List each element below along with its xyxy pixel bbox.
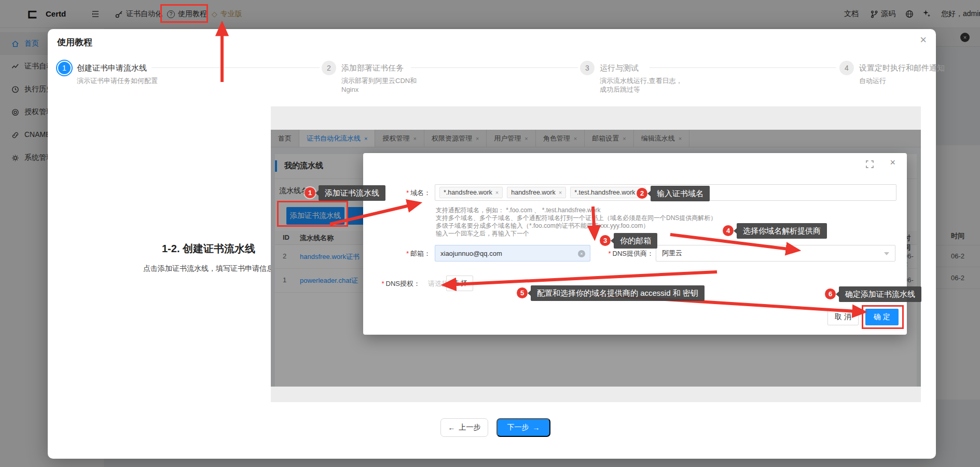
tutorial-close-icon[interactable]: × [920,33,927,47]
domain-tag: *.handsfree.work× [439,187,503,198]
step-2-desc: 演示部署到阿里云CDN和Nginx [341,76,430,94]
step-3-title: 运行与测试 [600,63,639,73]
arrow-left-icon: ← [448,423,456,432]
email-value: xiaojunnuo@qq.com [440,250,502,257]
dns-auth-placeholder: 请选择 [428,279,448,289]
screenshot-bottom-strip [271,387,921,402]
arrow-right-icon: → [533,423,540,432]
step-1: 1 创建证书申请流水线 演示证书申请任务如何配置 [57,61,72,75]
fullscreen-icon[interactable] [866,160,874,168]
step-4-desc: 自动运行 [859,76,947,85]
step-3: 3 运行与测试 演示流水线运行,查看日志，成功后跳过等 [580,61,595,75]
email-field-label: *邮箱： [368,249,431,258]
dns-provider-select[interactable]: 阿里云 [656,245,895,262]
ok-button[interactable]: 确 定 [865,309,899,325]
screenshot-top-strip [271,106,921,130]
prev-step-button[interactable]: ← 上一步 [440,418,488,437]
tag-close-icon[interactable]: × [639,189,642,196]
step-1-title: 创建证书申请流水线 [77,63,147,73]
chevron-down-icon [884,252,889,255]
step-4: 4 设置定时执行和邮件通知 自动运行 [839,61,854,75]
step-4-number: 4 [839,61,854,75]
dns-auth-label: *DNS授权： [358,279,420,289]
domain-tip: 输入一个回车之后，再输入下一个 [436,229,529,238]
next-step-button[interactable]: 下一步 → [496,418,550,437]
step-1-desc: 演示证书申请任务如何配置 [77,76,164,85]
tutorial-title: 使用教程 [57,36,92,48]
step-2-number: 2 [322,61,336,75]
dns-provider-value: 阿里云 [662,249,682,258]
step-4-title: 设置定时执行和邮件通知 [859,63,945,73]
dns-provider-label: *DNS提供商： [591,249,654,258]
domain-tag: *.test.handsfree.work× [570,187,646,198]
tutorial-screenshot: 首页 证书自动化流水线× 授权管理× 权限资源管理× 用户管理× 角色管理× 邮… [271,106,921,402]
domain-field-label: *域名： [368,188,431,198]
step-2: 2 添加部署证书任务 演示部署到阿里云CDN和Nginx [322,61,336,75]
screen: ⊏ Certd 证书自动化 ? 使用教程 ◇ 专业版 文档 [0,0,980,467]
email-input[interactable]: xiaojunnuo@qq.com × [435,245,590,262]
tag-close-icon[interactable]: × [495,189,499,196]
tag-close-icon[interactable]: × [559,189,562,196]
clear-input-icon[interactable]: × [578,250,585,257]
cancel-button[interactable]: 取 消 [827,309,859,325]
step-2-title: 添加部署证书任务 [341,63,404,73]
add-pipeline-modal: × *域名： *.handsfree.work× handsfree.work×… [363,153,907,335]
tutorial-modal: 使用教程 × 1 创建证书申请流水线 演示证书申请任务如何配置 2 添加部署证书… [48,29,936,459]
step-1-number: 1 [57,61,72,75]
step-3-number: 3 [580,61,595,75]
domain-tags-input[interactable]: *.handsfree.work× handsfree.work× *.test… [435,184,896,201]
dns-auth-select-button[interactable]: 选 择 [446,276,473,291]
modal-close-icon[interactable]: × [890,157,895,168]
step-3-desc: 演示流水线运行,查看日志，成功后跳过等 [600,76,683,94]
domain-tag: handsfree.work× [507,187,566,198]
